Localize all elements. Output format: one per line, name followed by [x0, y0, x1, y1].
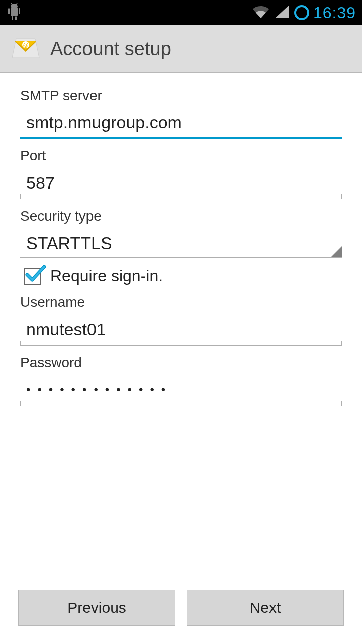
email-app-icon: @: [10, 35, 41, 63]
require-signin-checkbox[interactable]: [24, 268, 41, 285]
status-clock: 16:39: [313, 4, 356, 22]
dropdown-caret-icon: [331, 246, 342, 257]
button-bar: Previous Next: [0, 579, 362, 644]
svg-line-5: [11, 3, 12, 5]
password-label: Password: [20, 355, 342, 371]
security-type-label: Security type: [20, 208, 342, 224]
svg-rect-0: [11, 7, 18, 16]
password-input[interactable]: •••••••••••••: [20, 376, 342, 406]
smtp-server-input[interactable]: [20, 109, 342, 139]
next-button[interactable]: Next: [187, 590, 344, 626]
wifi-icon: [252, 4, 270, 21]
form-content: SMTP server Port Security type STARTTLS …: [0, 73, 362, 406]
port-input[interactable]: [20, 169, 342, 199]
port-label: Port: [20, 148, 342, 164]
sync-icon: [294, 5, 309, 20]
username-input[interactable]: [20, 315, 342, 346]
page-title: Account setup: [50, 38, 171, 60]
cell-signal-icon: [274, 4, 290, 21]
svg-rect-1: [8, 8, 10, 14]
app-header: @ Account setup: [0, 25, 362, 73]
svg-rect-4: [15, 16, 17, 20]
svg-rect-3: [12, 16, 13, 20]
username-label: Username: [20, 294, 342, 310]
svg-line-6: [16, 3, 17, 5]
previous-button[interactable]: Previous: [18, 590, 175, 626]
smtp-label: SMTP server: [20, 88, 342, 104]
security-type-value: STARTTLS: [26, 233, 112, 253]
require-signin-label: Require sign-in.: [50, 267, 163, 285]
svg-text:@: @: [23, 42, 29, 48]
security-type-spinner[interactable]: STARTTLS: [20, 229, 342, 258]
android-debug-icon: [6, 2, 22, 23]
svg-rect-2: [19, 8, 20, 14]
status-bar: 16:39: [0, 0, 362, 25]
